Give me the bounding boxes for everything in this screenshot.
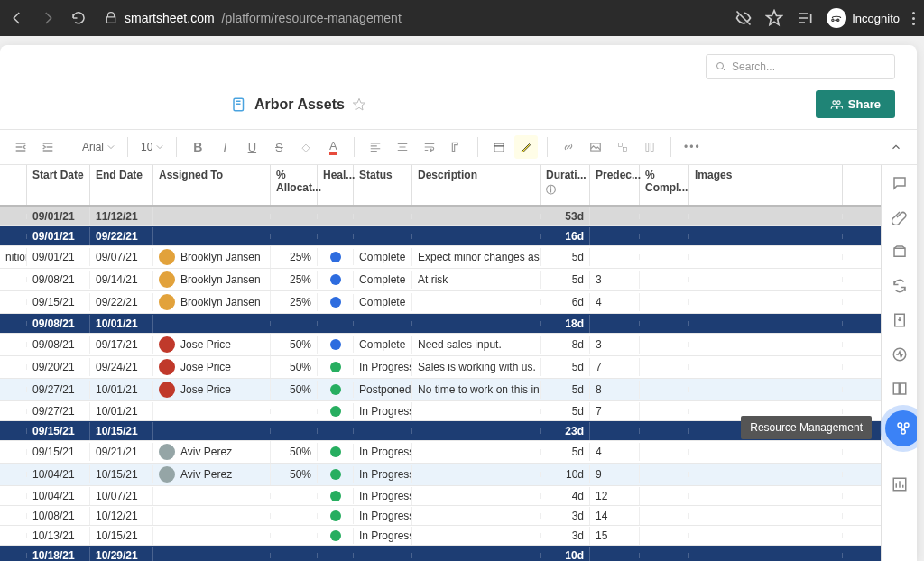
cell-images[interactable] [689,387,843,392]
table-row[interactable]: 10/04/2110/15/21Aviv Perez50%In Progress… [0,464,881,486]
strike-icon[interactable]: S [267,135,291,159]
cell-duration[interactable]: 8d [541,336,590,354]
underline-icon[interactable]: U [240,135,263,159]
cell[interactable]: 10/15/21 [90,422,153,440]
cell-pred[interactable]: 4 [590,293,640,311]
font-size-select[interactable]: 10 [137,141,167,153]
cell[interactable]: 09/15/21 [27,422,90,440]
cell-desc[interactable] [412,234,541,239]
cell[interactable]: 10/07/21 [90,487,153,505]
favorite-star-icon[interactable] [352,97,366,112]
cell[interactable]: 10/29/21 [90,547,153,562]
cell-duration[interactable]: 5d [541,271,590,289]
cell-duration[interactable]: 18d [541,315,590,333]
cell-status[interactable]: In Progress [354,507,412,525]
fill-icon[interactable] [294,135,318,159]
cell[interactable]: 10/04/21 [27,465,90,483]
cell[interactable]: 09/08/21 [27,315,90,333]
cell-duration[interactable]: 16d [541,227,590,245]
cell-desc[interactable] [412,513,541,519]
cell-compl[interactable] [640,234,689,239]
cell[interactable] [0,409,27,414]
cell-desc[interactable] [412,299,541,305]
cell-status[interactable]: Postponed [354,381,412,399]
cell-pred[interactable]: 9 [590,465,640,483]
italic-icon[interactable]: I [213,135,236,159]
cell-alloc[interactable]: 50% [271,443,318,461]
grid[interactable]: Start Date End Date Assigned To % Alloca… [0,165,881,561]
update-requests-icon[interactable] [891,277,909,295]
cell-duration[interactable]: 10d [541,547,590,562]
cell-assigned[interactable]: Brooklyn Jansen [153,269,271,290]
cell-compl[interactable] [640,387,689,392]
cell-status[interactable]: In Progress [354,402,412,420]
cell-health[interactable] [318,488,354,504]
browser-menu-icon[interactable] [912,12,915,25]
col-dur[interactable]: Durati...ⓘ [541,165,590,205]
cell-duration[interactable]: 10d [541,465,590,483]
col-assigned[interactable]: Assigned To [153,165,271,205]
cell-alloc[interactable] [271,513,318,519]
cell-images[interactable] [689,553,843,558]
cell-duration[interactable]: 5d [541,381,590,399]
cell-health[interactable] [318,249,354,265]
cell-assigned[interactable] [153,493,271,499]
table-row[interactable]: 09/15/2109/22/21Brooklyn Jansen25%Comple… [0,291,881,314]
cell-images[interactable] [689,234,843,239]
table-row[interactable]: 10/08/2110/12/21In Progress3d14 [0,506,881,526]
cell-alloc[interactable] [271,409,318,414]
cell[interactable]: 09/17/21 [90,336,153,354]
cell-images[interactable] [689,409,843,414]
cell-pred[interactable]: 14 [590,507,640,525]
col-start[interactable]: Start Date [27,165,90,205]
cell-images[interactable] [689,493,843,499]
cell[interactable]: 09/27/21 [27,402,90,420]
cell-duration[interactable]: 3d [541,507,590,525]
cell[interactable]: 09/14/21 [90,271,153,289]
cell-health[interactable] [318,359,354,375]
cell-desc[interactable] [412,409,541,414]
cell-images[interactable] [689,342,843,347]
cell[interactable]: 09/15/21 [27,443,90,461]
cell-desc[interactable]: At risk [412,271,541,289]
cell[interactable] [0,513,27,519]
table-row[interactable]: 09/27/2110/01/21Jose Price50%PostponedNo… [0,379,881,401]
wrap-icon[interactable] [418,135,441,159]
cell-pred[interactable]: 8 [590,381,640,399]
cell-desc[interactable]: Sales is working with us. [412,358,541,376]
cell-alloc[interactable] [271,214,318,219]
cell-assigned[interactable] [153,409,271,414]
activity-icon[interactable] [891,345,909,363]
text-color-icon[interactable]: A [321,135,345,159]
cell-assigned[interactable] [153,214,271,219]
cell-status[interactable] [354,321,412,326]
col-status[interactable]: Status [354,165,412,205]
col-pred[interactable]: Predec... [590,165,640,205]
cell-pred[interactable]: 4 [590,443,640,461]
cell-duration[interactable]: 5d [541,248,590,266]
cell-health[interactable] [318,553,354,558]
cell-images[interactable] [689,449,843,455]
cell-status[interactable]: Complete [354,336,412,354]
cell-pred[interactable]: 7 [590,402,640,420]
link-icon[interactable] [557,135,580,159]
align-middle-icon[interactable] [391,135,414,159]
search-input[interactable]: Search... [706,54,895,79]
table-row[interactable]: 09/08/2109/17/21Jose Price50%CompleteNee… [0,334,881,356]
cell-duration[interactable]: 3d [541,527,590,545]
cell-health[interactable] [318,214,354,219]
publish-icon[interactable] [891,311,909,329]
cell-health[interactable] [318,508,354,524]
cell[interactable]: 10/04/21 [27,487,90,505]
cell-health[interactable] [318,336,354,353]
cell-images[interactable] [689,472,843,477]
cell[interactable]: 11/12/21 [90,207,153,225]
cell-status[interactable]: In Progress [354,443,412,461]
cell-assigned[interactable] [153,321,271,326]
cell[interactable]: 09/24/21 [90,358,153,376]
cell[interactable]: 09/07/21 [90,248,153,266]
cell-assigned[interactable] [153,428,271,434]
cell-duration[interactable]: 23d [541,422,590,440]
cell-status[interactable]: Complete [354,271,412,289]
forward-icon[interactable] [40,10,56,26]
